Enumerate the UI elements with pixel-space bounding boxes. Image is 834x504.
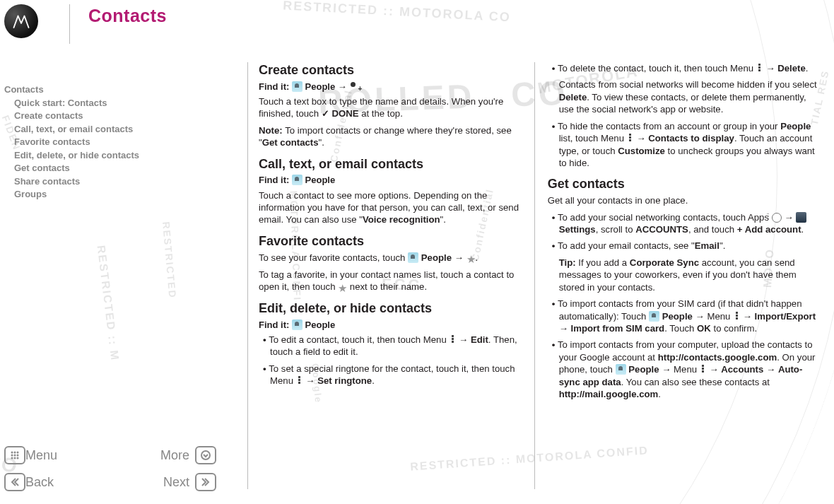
- more-label: More: [160, 448, 189, 463]
- menu-button[interactable]: [4, 446, 25, 464]
- get-bullet-1: To add your social networking contacts, …: [552, 211, 821, 236]
- svg-point-5: [17, 455, 19, 457]
- more-button[interactable]: [195, 446, 216, 464]
- heading-get-contacts: Get contacts: [548, 176, 821, 193]
- menu-dots-icon: [296, 375, 303, 385]
- svg-point-7: [14, 457, 16, 459]
- svg-point-9: [201, 451, 210, 459]
- people-icon: [292, 320, 303, 330]
- delete-note: Contacts from social networks will becom…: [559, 78, 821, 115]
- settings-icon: [796, 212, 806, 223]
- create-note: Note: To import contacts or change where…: [259, 124, 522, 149]
- svg-point-4: [14, 455, 16, 457]
- main-content: Create contacts Find it: People → Touch …: [247, 62, 834, 504]
- delete-bullet: To delete the contact, touch it, then to…: [552, 62, 821, 116]
- toc-item-call[interactable]: Call, text, or email contacts: [14, 123, 209, 136]
- page-title: Contacts: [88, 6, 167, 26]
- hide-bullet: To hide the contacts from an account or …: [552, 120, 821, 170]
- call-body: Touch a contact to see more options. Dep…: [259, 189, 522, 226]
- people-icon: [292, 81, 303, 92]
- edit-bullet-2: To set a special ringtone for the contac…: [263, 363, 522, 387]
- sidebar-toc: Contacts Quick start: Contacts Create co…: [4, 83, 209, 201]
- toc-item-share[interactable]: Share contacts: [14, 175, 209, 188]
- svg-point-3: [11, 455, 13, 457]
- menu-dots-icon: [449, 334, 456, 344]
- toc-item-get[interactable]: Get contacts: [14, 162, 209, 175]
- next-button[interactable]: [195, 473, 216, 491]
- heading-call-text-email: Call, text, or email contacts: [259, 156, 522, 173]
- favorite-p1: To see your favorite contacts, touch Peo…: [259, 252, 522, 264]
- get-tip: Tip: If you add a Corporate Sync account…: [559, 257, 821, 293]
- toc-item-favorite[interactable]: Favorite contacts: [14, 136, 209, 148]
- column-1: Create contacts Find it: People → Touch …: [247, 62, 534, 504]
- check-icon: ✓: [322, 107, 329, 119]
- heading-edit-delete-hide: Edit, delete, or hide contacts: [259, 300, 522, 317]
- findit-create: Find it: People →: [259, 81, 522, 93]
- svg-point-6: [11, 457, 13, 459]
- apps-icon: [772, 213, 782, 223]
- header-divider: [69, 4, 70, 44]
- svg-point-2: [17, 452, 19, 454]
- people-icon: [649, 311, 659, 322]
- get-bullet-2: To add your email contacts, see "Email".…: [552, 240, 821, 293]
- bottom-nav: Menu More Back Next: [4, 443, 216, 494]
- back-label: Back: [25, 475, 54, 490]
- svg-point-1: [14, 452, 16, 454]
- next-label: Next: [163, 475, 189, 490]
- heading-favorite: Favorite contacts: [259, 233, 522, 250]
- column-2: To delete the contact, touch it, then to…: [548, 62, 834, 504]
- toc-heading[interactable]: Contacts: [4, 83, 209, 96]
- menu-dots-icon: [756, 63, 763, 73]
- star-icon: ★: [466, 254, 476, 264]
- toc-item-quickstart[interactable]: Quick start: Contacts: [14, 97, 209, 110]
- get-bullet-4: To import contacts from your computer, u…: [552, 339, 821, 400]
- people-icon: [616, 364, 626, 375]
- svg-point-0: [11, 452, 13, 454]
- create-body: Touch a text box to type the name and de…: [259, 95, 522, 120]
- findit-call: Find it: People: [259, 174, 522, 186]
- motorola-logo: [4, 4, 38, 38]
- svg-point-8: [17, 457, 19, 459]
- toc-item-groups[interactable]: Groups: [14, 188, 209, 201]
- get-intro: Get all your contacts in one place.: [548, 194, 821, 206]
- edit-bullet-1: To edit a contact, touch it, then touch …: [263, 334, 522, 358]
- menu-dots-icon: [733, 311, 740, 321]
- menu-dots-icon: [627, 133, 634, 143]
- back-button[interactable]: [4, 473, 25, 491]
- toc-item-edit[interactable]: Edit, delete, or hide contacts: [14, 149, 209, 162]
- toc-item-create[interactable]: Create contacts: [14, 110, 209, 122]
- menu-dots-icon: [700, 364, 707, 374]
- findit-edit: Find it: People: [259, 319, 522, 331]
- column-divider-center: [534, 62, 535, 489]
- add-person-icon: [349, 82, 360, 92]
- heading-create-contacts: Create contacts: [259, 62, 522, 79]
- star-icon: ★: [338, 283, 347, 293]
- menu-label: Menu: [25, 448, 57, 463]
- people-icon: [292, 175, 303, 185]
- people-icon: [408, 252, 418, 263]
- get-bullet-3: To import contacts from your SIM card (i…: [552, 298, 821, 334]
- favorite-p2: To tag a favorite, in your contact names…: [259, 269, 522, 293]
